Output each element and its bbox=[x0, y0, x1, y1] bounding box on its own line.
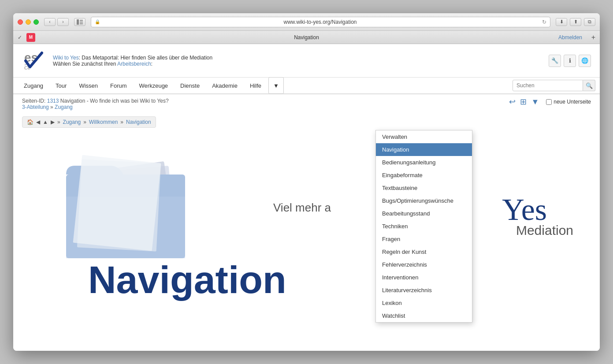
wiki-tagline-area: Wiki to Yes: Das Metaportal: Hier finden… bbox=[53, 55, 212, 67]
page-content: es a Wiki to Yes: Das Metaportal: Hier f… bbox=[13, 44, 600, 351]
wiki-tagline-line2: Wählen Sie zunächst Ihren Arbeitsbereich… bbox=[53, 61, 212, 67]
browser-nav-buttons: ‹ › bbox=[44, 18, 69, 26]
next-icon[interactable]: ▶ bbox=[51, 119, 55, 125]
dropdown-item-interventionen[interactable]: Interventionen bbox=[376, 271, 472, 284]
forward-button[interactable]: › bbox=[57, 18, 69, 26]
bc-willkommen[interactable]: Willkommen bbox=[89, 119, 118, 125]
breadcrumb: 🏠 ◀ ▲ ▶ » Zugang » Willkommen » Navigati… bbox=[22, 116, 156, 128]
svg-rect-0 bbox=[77, 19, 79, 25]
pocket-button[interactable]: M bbox=[26, 33, 35, 42]
checkmark-icon: ✓ bbox=[18, 34, 22, 41]
nav-dropdown-button[interactable]: ▼ bbox=[268, 77, 284, 94]
dropdown-item-bearbeitungsstand[interactable]: Bearbeitungsstand bbox=[376, 207, 472, 220]
home-icon[interactable]: 🏠 bbox=[27, 119, 33, 125]
viel-mehr-text: Viel mehr a bbox=[273, 201, 331, 215]
search-input[interactable] bbox=[513, 80, 583, 91]
lock-icon: 🔒 bbox=[95, 19, 100, 24]
big-navigation-text: Navigation bbox=[88, 257, 286, 302]
download-button[interactable]: ⬇ bbox=[556, 18, 567, 26]
dropdown-item-fragen[interactable]: Fragen bbox=[376, 233, 472, 245]
maximize-button[interactable] bbox=[33, 19, 39, 25]
back-button[interactable]: ‹ bbox=[44, 18, 56, 26]
page-title-text: Navigation - Wo finde ich was bei Wiki t… bbox=[60, 98, 169, 104]
close-button[interactable] bbox=[18, 19, 23, 25]
hierarchy-icon[interactable]: ⊞ bbox=[520, 97, 527, 107]
nav-item-forum[interactable]: Forum bbox=[104, 78, 133, 94]
dropdown-item-regeln-der-kunst[interactable]: Regeln der Kunst bbox=[376, 245, 472, 258]
dropdown-item-eingabeformate[interactable]: Eingabeformate bbox=[376, 169, 472, 182]
traffic-lights bbox=[18, 19, 39, 25]
tagline-colon: : bbox=[151, 61, 152, 67]
nav-item-werkzeuge[interactable]: Werkzeuge bbox=[133, 78, 175, 94]
zugang-link[interactable]: Zugang bbox=[55, 104, 73, 110]
svg-rect-11 bbox=[73, 155, 161, 251]
browser-window: ‹ › 🔒 www.wiki-to-yes.org/Navigation ↻ ⬇… bbox=[13, 13, 600, 351]
seiten-id-label: Seiten-ID: bbox=[22, 98, 47, 104]
share-button[interactable]: ⬆ bbox=[570, 18, 581, 26]
bc-sep2: » bbox=[120, 119, 123, 125]
info-tool-button[interactable]: ℹ bbox=[564, 55, 576, 67]
main-content-area: Navigation Viel mehr a Yes Mediation bbox=[13, 130, 600, 307]
title-bar: ‹ › 🔒 www.wiki-to-yes.org/Navigation ↻ ⬇… bbox=[13, 13, 600, 31]
right-toolbar: ⬇ ⬆ ⧉ bbox=[556, 18, 595, 26]
bc-navigation[interactable]: Navigation bbox=[126, 119, 151, 125]
folder-illustration bbox=[40, 135, 216, 276]
globe-tool-button[interactable]: 🌐 bbox=[579, 55, 591, 67]
wrench-tool-button[interactable]: 🔧 bbox=[549, 55, 561, 67]
new-subpage-checkbox[interactable] bbox=[546, 99, 552, 105]
nav-item-tour[interactable]: Tour bbox=[49, 78, 73, 94]
dropdown-item-literaturverzeichnis[interactable]: Literaturverzeichnis bbox=[376, 284, 472, 297]
reload-button[interactable]: ↻ bbox=[542, 19, 546, 25]
dropdown-item-navigation[interactable]: Navigation bbox=[376, 143, 472, 156]
up-icon[interactable]: ▲ bbox=[43, 119, 48, 125]
expand-icon[interactable]: ▼ bbox=[531, 97, 539, 107]
svg-rect-1 bbox=[80, 20, 83, 21]
site-nav-bar: Zugang Tour Wissen Forum Werkzeuge Diens… bbox=[13, 78, 600, 94]
tab-title: Navigation bbox=[294, 34, 319, 41]
dropdown-item-fehlerverzeichnis[interactable]: Fehlerverzeichnis bbox=[376, 258, 472, 271]
mediation-text: Mediation bbox=[516, 223, 573, 238]
sep1: » bbox=[50, 104, 55, 110]
dropdown-item-textbausteine[interactable]: Textbausteine bbox=[376, 182, 472, 194]
svg-rect-2 bbox=[80, 22, 83, 22]
wiki-logo-area: es a Wiki to Yes: Das Metaportal: Hier f… bbox=[22, 48, 212, 73]
dropdown-item-lexikon[interactable]: Lexikon bbox=[376, 297, 472, 309]
tab-manage-button[interactable]: ⧉ bbox=[584, 18, 595, 26]
abteilung-link[interactable]: 3-Abteilung bbox=[22, 104, 49, 110]
dropdown-menu: VerwaltenNavigationBedienungsanleitungEi… bbox=[375, 130, 472, 323]
bc-sep1: » bbox=[83, 119, 86, 125]
wiki-tools: 🔧 ℹ 🌐 bbox=[549, 55, 591, 67]
nav-item-wissen[interactable]: Wissen bbox=[73, 78, 104, 94]
abmelden-link[interactable]: Abmelden bbox=[558, 34, 582, 41]
wiki-tagline-line1: Wiki to Yes: Das Metaportal: Hier finden… bbox=[53, 55, 212, 61]
undo-icon[interactable]: ↩ bbox=[509, 97, 516, 107]
nav-item-zugang[interactable]: Zugang bbox=[18, 78, 49, 94]
bc-zugang[interactable]: Zugang bbox=[63, 119, 81, 125]
sidebar-toggle-button[interactable] bbox=[74, 18, 85, 26]
dropdown-item-verwalten[interactable]: Verwalten bbox=[376, 130, 472, 143]
nav-item-hilfe[interactable]: Hilfe bbox=[244, 78, 267, 94]
minimize-button[interactable] bbox=[26, 19, 31, 25]
prev-icon[interactable]: ◀ bbox=[36, 119, 40, 125]
seiten-id-value[interactable]: 1313 bbox=[47, 98, 59, 104]
nav-item-dienste[interactable]: Dienste bbox=[174, 78, 206, 94]
new-subpage-label: neue Unterseite bbox=[554, 99, 591, 105]
wiki-title-link[interactable]: Wiki to Yes bbox=[53, 55, 79, 61]
tagline-rest: : Das Metaportal: Hier finden Sie alles … bbox=[79, 55, 213, 61]
url-text: www.wiki-to-yes.org/Navigation bbox=[102, 19, 539, 25]
new-tab-button[interactable]: + bbox=[591, 33, 595, 41]
arbeitsbereich-link[interactable]: Arbeitsbereich bbox=[117, 61, 151, 67]
dropdown-item-techniken[interactable]: Techniken bbox=[376, 220, 472, 233]
wiki-logo: es a bbox=[22, 48, 48, 73]
nav-item-akademie[interactable]: Akademie bbox=[206, 78, 244, 94]
wiki-header: es a Wiki to Yes: Das Metaportal: Hier f… bbox=[13, 44, 600, 78]
search-area: 🔍 bbox=[513, 80, 595, 91]
url-bar[interactable]: 🔒 www.wiki-to-yes.org/Navigation ↻ bbox=[91, 17, 550, 27]
dropdown-item-watchlist[interactable]: Watchlist bbox=[376, 309, 472, 322]
search-button[interactable]: 🔍 bbox=[583, 80, 595, 91]
dropdown-item-bedienungsanleitung[interactable]: Bedienungsanleitung bbox=[376, 156, 472, 169]
page-info-area: Seiten-ID: 1313 Navigation - Wo finde ic… bbox=[13, 94, 600, 128]
page-actions: ↩ ⊞ ▼ neue Unterseite bbox=[509, 97, 591, 107]
dropdown-item-bugs-optimierungsw-nsche[interactable]: Bugs/Optimierungswünsche bbox=[376, 194, 472, 207]
yes-text: Yes bbox=[502, 192, 547, 227]
